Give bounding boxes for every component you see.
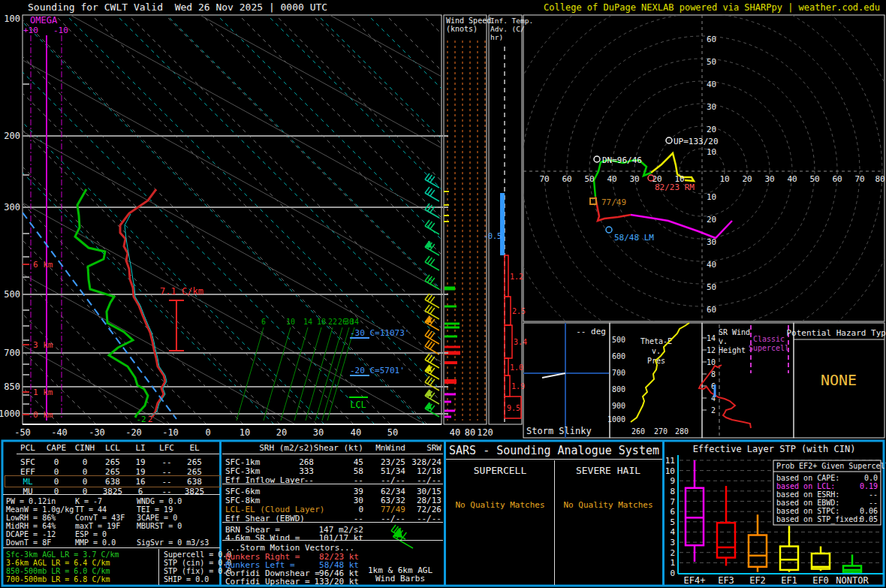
storm-motion-label: 77/49 [601,198,626,207]
parcel-col-header: LI [125,443,155,453]
warm-advection-value: 1.0 [510,363,523,372]
dry-adiabat-line [23,0,441,5]
wind-speed-tick-label: 120 [477,427,493,438]
wind-barb [425,275,439,289]
hodograph-ring-label: 30 [764,174,774,184]
parcel-cell: ML [13,477,43,487]
pressure-label: 500 [4,289,20,300]
theta-e-y-label: 1000 [607,415,625,424]
kinematics-panel: SRH (m2/s2)Shear (kt)MnWindSRWSFC-1km268… [222,442,443,586]
composite-index: STP (fix) = 0.0 [164,567,231,575]
lcl-label: LCL [350,400,366,410]
sars-column-header: SEVERE HAIL [554,465,662,476]
dry-adiabat-line [23,203,441,433]
barb-caption: Wind Barbs [359,574,441,583]
stp-prob-legend-title: Prob EF2+ Given Supercell [776,462,886,470]
hodograph-ring-label: 20 [707,125,716,134]
isotherm-highlight-line [16,15,425,424]
stp-prob-row-value: 0.0 [864,474,878,482]
theta-e-y-label: 900 [612,402,625,410]
thermo-lapse-divider [3,547,220,548]
stp-category-label: EF1 [781,575,797,586]
temperature-tick-label: -30 [89,427,105,438]
slinky-tilt-value: -- deg [576,327,606,336]
wind-barb [425,294,439,308]
hodograph-ring-label: 30 [707,102,716,112]
wind-speed-bar [445,287,455,291]
parcel-col-header: CAPE [41,443,71,453]
temp-adv-panel-title: Inf. Temp. [490,17,533,25]
parcel-cell: 3825 [98,487,128,496]
wind-speed-bar [445,346,460,348]
theta-e-x-label: 280 [675,427,689,436]
theta-e-x-label: 260 [631,427,645,436]
wind-speed-tick-label: 40 [450,427,460,438]
hodograph-ring-label: 30 [629,174,639,184]
isotherm-line [202,15,611,424]
thermo-index: LowRH = 86% [6,514,56,522]
stp-y-label: 7 [670,497,675,507]
wind-barb [425,241,439,255]
parcel-cell: -- [152,457,182,467]
storm-motion-marker [594,156,600,162]
stp-box [780,547,798,570]
isotherm-line [0,15,96,424]
stp-category-label: EF2 [749,575,766,586]
wind-speed-bar [445,401,451,403]
dry-adiabat-line [23,0,441,77]
dry-adiabat-line [23,60,441,291]
wind-speed-bar [445,327,460,329]
parcel-cell: 6 [125,487,155,496]
wind-speed-bar [445,416,451,418]
wind-barb [425,187,439,201]
warm-advection-value: 1.9 [511,382,525,390]
stp-y-label: 4 [670,527,675,537]
stp-panel-title: Effective Layer STP (with CIN) [693,444,856,454]
parcel-cell: SFC [13,457,43,467]
isotherm-line [349,15,758,424]
stp-prob-row-label: based on LCL: [776,482,835,490]
composite-index: Supercell = 0.0 [164,550,231,559]
surface-dewpoint-value: -2 [136,415,146,424]
wind-speed-bar [445,336,457,338]
wind-barb [425,173,439,188]
hodograph-ring-label: 40 [707,260,716,270]
warm-advection-box [505,297,511,325]
omega-minus-label: -10 [53,26,68,35]
parcel-cell: MU [13,487,43,496]
height-label: 6 km [33,260,53,270]
warm-advection-value: 3.4 [514,338,527,346]
temperature-tick-label: 10 [240,427,250,438]
isotherm-line [0,15,133,424]
wind-speed-tick-label: 80 [465,427,475,438]
parcel-cell: 638 [179,477,209,487]
stp-prob-row-label: based on STPC: [776,507,839,515]
warm-advection-box [505,325,512,358]
parcel-cell: 3825 [179,487,209,496]
pressure-label: 200 [4,131,20,141]
segment_mid-hodo-trace [594,160,651,197]
hodograph-ring-label: 20 [707,215,716,225]
stp-y-label: 9 [670,476,675,486]
sr-wind-title: SR Wind [719,328,750,336]
sars-panel: SARS - Sounding Analogue SystemSUPERCELL… [446,442,662,586]
hodograph-ring-label: 70 [539,174,549,184]
thermo-index: MidRH = 64% [6,522,56,530]
kinematics-divider [222,522,443,523]
temperature-tick-label: 50 [387,427,398,438]
stp-y-label: 11 [665,456,675,466]
isotherm-line [0,15,59,424]
parcel-cell: 19 [125,457,155,467]
mixing-ratio-line [294,327,321,421]
isotherm-line [0,15,280,424]
wind-barb [425,256,439,270]
sars-match-result: No Quality Matches [446,500,554,510]
sr-wind-title: Height [719,346,746,354]
wind-speed-bar [445,379,457,384]
stp-y-label: 8 [670,487,675,496]
cold-advection-bar [500,193,505,255]
isotherm-line [92,15,501,424]
stp-category-label: NONTOR [836,575,869,586]
kinematics-divider [222,484,443,484]
pressure-label: 100 [4,14,20,24]
